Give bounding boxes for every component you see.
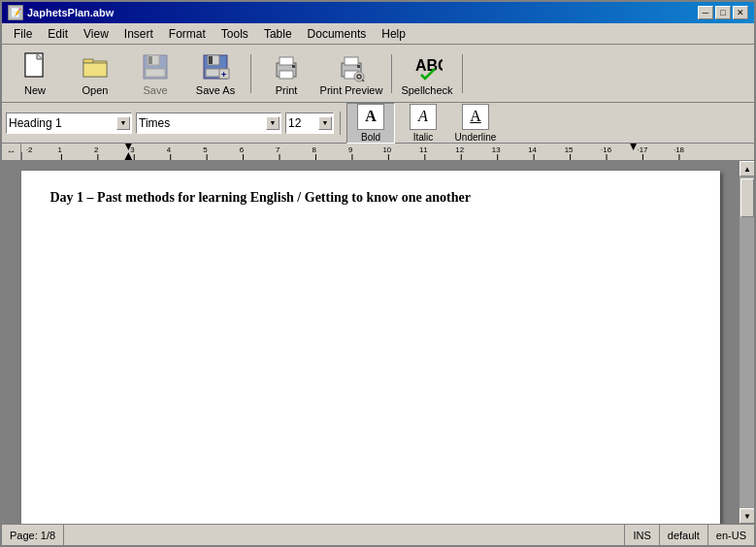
- svg-text:6: 6: [240, 145, 245, 154]
- title-bar-controls: ─ □ ✕: [698, 6, 748, 19]
- print-preview-label: Print Preview: [320, 84, 383, 96]
- toolbar-separator-3: [462, 54, 463, 93]
- underline-button[interactable]: A Underline: [451, 103, 500, 144]
- font-select-input[interactable]: Times Arial Courier: [139, 116, 193, 130]
- menu-tools[interactable]: Tools: [214, 25, 256, 43]
- print-label: Print: [276, 84, 298, 96]
- menu-help[interactable]: Help: [374, 25, 413, 43]
- svg-text:2: 2: [94, 145, 99, 154]
- svg-text:13: 13: [492, 145, 501, 154]
- italic-label: Italic: [413, 132, 434, 143]
- new-button[interactable]: New: [6, 48, 64, 100]
- menu-file[interactable]: File: [6, 25, 40, 43]
- print-icon: [271, 51, 302, 82]
- save-button[interactable]: Save: [126, 48, 184, 100]
- style-dropdown[interactable]: Heading 1 Heading 2 Normal ▼: [6, 113, 132, 134]
- toolbar-separator-2: [391, 54, 392, 93]
- menu-table[interactable]: Table: [256, 25, 300, 43]
- svg-text:10: 10: [382, 145, 391, 154]
- ruler-track: ·2 1 2 3 4 5 6 7: [21, 144, 739, 160]
- size-select-input[interactable]: 12 10 14 16: [288, 116, 317, 130]
- ruler: ↔ ·2 1 2 3 4: [2, 144, 754, 161]
- toolbar-separator-1: [250, 54, 251, 93]
- minimize-button[interactable]: ─: [698, 6, 713, 19]
- scroll-track[interactable]: [740, 177, 754, 508]
- spellcheck-button[interactable]: ABC Spellcheck: [398, 48, 456, 100]
- app-icon: 📝: [8, 5, 23, 20]
- svg-rect-14: [209, 56, 213, 64]
- language-section: en-US: [708, 525, 754, 545]
- menu-edit[interactable]: Edit: [40, 25, 76, 43]
- title-bar-left: 📝 JaphetsPlan.abw: [8, 5, 114, 20]
- editor-page: Day 1 – Past methods for learning Englis…: [21, 171, 720, 524]
- format-separator: [340, 112, 341, 135]
- svg-rect-19: [279, 57, 293, 65]
- right-indent-marker: [630, 144, 638, 150]
- bold-button[interactable]: A Bold: [346, 103, 395, 144]
- new-icon: [19, 51, 50, 82]
- editor-wrapper[interactable]: Day 1 – Past methods for learning Englis…: [2, 161, 739, 524]
- new-label: New: [24, 84, 46, 96]
- page-status: Page: 1/8: [2, 525, 64, 545]
- print-button[interactable]: Print: [257, 48, 315, 100]
- svg-rect-10: [148, 56, 152, 64]
- menu-view[interactable]: View: [76, 25, 116, 43]
- document-content[interactable]: Day 1 – Past methods for learning Englis…: [50, 190, 691, 206]
- menu-format[interactable]: Format: [161, 25, 214, 43]
- svg-rect-7: [83, 63, 107, 77]
- underline-icon: A: [462, 104, 489, 130]
- svg-text:·18: ·18: [674, 145, 685, 154]
- ruler-corner: ↔: [2, 144, 21, 160]
- svg-text:9: 9: [348, 145, 353, 154]
- italic-icon: A: [410, 104, 437, 130]
- scroll-thumb[interactable]: [740, 178, 754, 217]
- menu-insert[interactable]: Insert: [116, 25, 161, 43]
- menu-documents[interactable]: Documents: [300, 25, 375, 43]
- spellcheck-label: Spellcheck: [401, 84, 452, 96]
- insert-mode-section: INS: [625, 525, 659, 545]
- document-text: Day 1 – Past methods for learning Englis…: [50, 190, 471, 205]
- main-window: 📝 JaphetsPlan.abw ─ □ ✕ File Edit View I…: [0, 0, 756, 547]
- scroll-down-button[interactable]: ▼: [740, 508, 754, 524]
- svg-text:ABC: ABC: [415, 57, 443, 74]
- status-message: [64, 525, 625, 545]
- save-as-label: Save As: [196, 84, 235, 96]
- save-as-button[interactable]: + Save As: [186, 48, 245, 100]
- status-bar: Page: 1/8 INS default en-US: [2, 524, 754, 545]
- scroll-up-button[interactable]: ▲: [740, 161, 754, 177]
- style-name: default: [668, 530, 700, 541]
- italic-button[interactable]: A Italic: [399, 103, 447, 144]
- style-section: default: [660, 525, 708, 545]
- svg-text:7: 7: [276, 145, 280, 154]
- svg-text:8: 8: [312, 145, 317, 154]
- close-button[interactable]: ✕: [733, 6, 748, 19]
- size-dropdown-arrow: ▼: [318, 116, 332, 130]
- svg-text:·16: ·16: [601, 145, 612, 154]
- svg-rect-6: [83, 59, 93, 63]
- insert-mode: INS: [633, 530, 650, 541]
- svg-text:1: 1: [57, 145, 62, 154]
- underline-label: Underline: [455, 132, 497, 143]
- open-button[interactable]: Open: [66, 48, 124, 100]
- style-select-input[interactable]: Heading 1 Heading 2 Normal: [9, 116, 78, 130]
- svg-rect-21: [292, 65, 295, 68]
- svg-text:15: 15: [565, 145, 574, 154]
- font-dropdown[interactable]: Times Arial Courier ▼: [136, 113, 281, 134]
- svg-text:12: 12: [455, 145, 464, 154]
- svg-line-28: [362, 80, 364, 81]
- vertical-scrollbar: ▲ ▼: [739, 161, 754, 524]
- size-dropdown[interactable]: 12 10 14 16 ▼: [285, 113, 334, 134]
- maximize-button[interactable]: □: [715, 6, 731, 19]
- print-preview-button[interactable]: Print Preview: [317, 48, 385, 100]
- bold-icon: A: [357, 104, 384, 130]
- menu-bar: File Edit View Insert Format Tools Table…: [2, 23, 754, 45]
- font-dropdown-arrow: ▼: [266, 116, 279, 130]
- open-icon: [80, 51, 111, 82]
- spellcheck-icon: ABC: [411, 51, 443, 82]
- format-bar: Heading 1 Heading 2 Normal ▼ Times Arial…: [2, 103, 754, 144]
- svg-text:+: +: [221, 70, 226, 80]
- svg-text:3: 3: [130, 145, 135, 154]
- bold-label: Bold: [361, 132, 380, 143]
- svg-rect-11: [146, 69, 165, 77]
- svg-text:·17: ·17: [638, 145, 649, 154]
